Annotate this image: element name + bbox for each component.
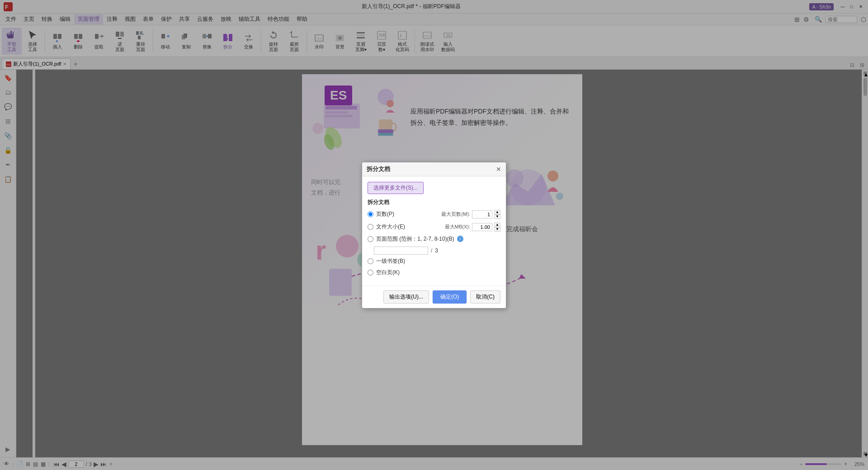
option-pages-radio[interactable] [368,211,373,217]
option-pages-row: 页数(P) 最大页数(M): ▲ ▼ [368,210,500,219]
max-mb-input[interactable] [472,223,492,231]
option-pagerange-row: 页面范围 (范例：1, 2-7, 8-10)(B) i / 3 [368,235,500,255]
max-pages-spinner: ▲ ▼ [494,210,500,219]
dialog-body: 选择更多文件(S)... 拆分文档 页数(P) 最大页数(M): ▲ ▼ [362,176,506,285]
slash-sep: / [431,247,432,254]
option-blank-label[interactable]: 空白页(K) [376,269,400,276]
total-pages-display: 3 [435,247,438,254]
max-pages-control: 最大页数(M): ▲ ▼ [441,210,500,219]
output-options-btn[interactable]: 输出选项(U)... [383,290,429,304]
option-blank-radio[interactable] [368,270,373,275]
max-mb-spinner: ▲ ▼ [494,223,500,232]
max-mb-control: 最大MB(X): ▲ ▼ [445,223,500,232]
max-pages-input[interactable] [472,210,492,218]
option-pages-label[interactable]: 页数(P) [376,210,394,218]
option-pagerange-radio[interactable] [368,236,373,242]
max-mb-label: 最大MB(X): [445,223,470,230]
option-toplevel-label[interactable]: 一级书签(B) [376,257,405,265]
dialog-section-label: 拆分文档 [368,199,500,206]
option-toplevel-radio[interactable] [368,258,373,264]
dialog-close-btn[interactable]: ✕ [496,166,501,173]
select-files-btn[interactable]: 选择更多文件(S)... [368,182,424,194]
page-range-input-row: / 3 [374,247,500,255]
max-pages-label: 最大页数(M): [441,211,470,218]
dialog-footer: 输出选项(U)... 确定(O) 取消(C) [362,285,506,308]
max-mb-down[interactable]: ▼ [494,227,500,232]
option-filesize-label[interactable]: 文件大小(E) [376,223,405,231]
max-pages-up[interactable]: ▲ [494,210,500,214]
option-filesize-radio[interactable] [368,224,373,230]
cancel-btn[interactable]: 取消(C) [470,290,500,304]
page-range-input[interactable] [374,247,428,255]
dialog-title: 拆分文档 [367,165,390,173]
ok-btn[interactable]: 确定(O) [433,290,467,304]
option-pagerange-radio-row: 页面范围 (范例：1, 2-7, 8-10)(B) i [368,235,500,243]
dialog-titlebar: 拆分文档 ✕ [362,162,506,176]
split-dialog: 拆分文档 ✕ 选择更多文件(S)... 拆分文档 页数(P) 最大页数(M): … [362,162,506,309]
max-pages-down[interactable]: ▼ [494,214,500,219]
max-mb-up[interactable]: ▲ [494,223,500,227]
pagerange-info-icon[interactable]: i [457,236,463,242]
option-toplevel-row: 一级书签(B) [368,257,500,265]
option-blank-row: 空白页(K) [368,269,500,276]
option-pagerange-label[interactable]: 页面范围 (范例：1, 2-7, 8-10)(B) [376,235,454,243]
modal-overlay: 拆分文档 ✕ 选择更多文件(S)... 拆分文档 页数(P) 最大页数(M): … [0,0,868,470]
option-filesize-row: 文件大小(E) 最大MB(X): ▲ ▼ [368,223,500,232]
